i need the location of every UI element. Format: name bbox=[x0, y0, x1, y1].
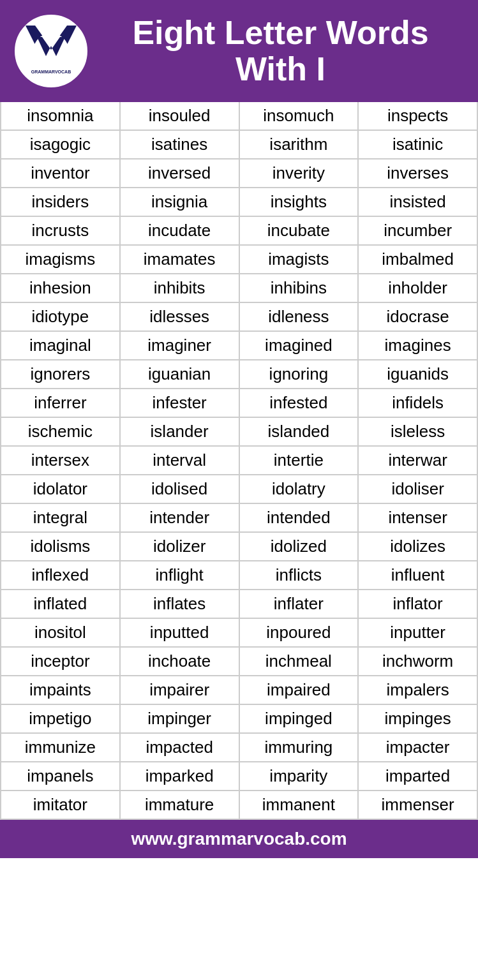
page-title: Eight Letter Words With I bbox=[96, 15, 465, 87]
word-cell: incumber bbox=[359, 217, 478, 246]
word-cell: inhesion bbox=[1, 274, 121, 303]
word-cell: iguanian bbox=[121, 360, 240, 389]
word-cell: inflater bbox=[240, 590, 359, 619]
word-cell: ischemic bbox=[1, 418, 121, 447]
word-cell: idolizes bbox=[359, 533, 478, 561]
word-cell: insisted bbox=[359, 188, 478, 217]
word-cell: incudate bbox=[121, 217, 240, 246]
word-cell: islander bbox=[121, 418, 240, 447]
word-cell: impinged bbox=[240, 705, 359, 734]
word-cell: impaired bbox=[240, 676, 359, 705]
word-cell: inchoate bbox=[121, 648, 240, 676]
word-cell: insights bbox=[240, 188, 359, 217]
word-cell: insignia bbox=[121, 188, 240, 217]
word-cell: inputter bbox=[359, 619, 478, 648]
word-cell: impacter bbox=[359, 734, 478, 762]
word-cell: imparked bbox=[121, 762, 240, 791]
word-cell: idolisms bbox=[1, 533, 121, 561]
word-cell: idoliser bbox=[359, 475, 478, 504]
word-cell: inhibits bbox=[121, 274, 240, 303]
word-cell: inflates bbox=[121, 590, 240, 619]
word-cell: impetigo bbox=[1, 705, 121, 734]
word-cell: isleless bbox=[359, 418, 478, 447]
word-cell: incrusts bbox=[1, 217, 121, 246]
word-cell: immature bbox=[121, 791, 240, 820]
word-cell: impinger bbox=[121, 705, 240, 734]
word-cell: immanent bbox=[240, 791, 359, 820]
word-cell: intersex bbox=[1, 447, 121, 475]
word-cell: interval bbox=[121, 447, 240, 475]
word-cell: isarithm bbox=[240, 131, 359, 160]
word-cell: inflated bbox=[1, 590, 121, 619]
word-cell: integral bbox=[1, 504, 121, 533]
word-cell: inceptor bbox=[1, 648, 121, 676]
word-cell: insomnia bbox=[1, 102, 121, 131]
word-cell: impinges bbox=[359, 705, 478, 734]
word-cell: inputted bbox=[121, 619, 240, 648]
svg-text:GRAMMARVOCAB: GRAMMARVOCAB bbox=[31, 70, 71, 74]
word-cell: interwar bbox=[359, 447, 478, 475]
word-cell: impaints bbox=[1, 676, 121, 705]
word-cell: idolized bbox=[240, 533, 359, 561]
word-cell: inositol bbox=[1, 619, 121, 648]
word-cell: impalers bbox=[359, 676, 478, 705]
word-cell: ignorers bbox=[1, 360, 121, 389]
word-cell: intenser bbox=[359, 504, 478, 533]
word-cell: inferrer bbox=[1, 389, 121, 418]
word-cell: inflexed bbox=[1, 561, 121, 590]
word-cell: ignoring bbox=[240, 360, 359, 389]
word-cell: infester bbox=[121, 389, 240, 418]
word-cell: isatines bbox=[121, 131, 240, 160]
word-cell: influent bbox=[359, 561, 478, 590]
header: GRAMMARVOCAB Eight Letter Words With I bbox=[0, 0, 478, 102]
footer: www.grammarvocab.com bbox=[0, 820, 478, 858]
word-cell: inhibins bbox=[240, 274, 359, 303]
word-cell: inpoured bbox=[240, 619, 359, 648]
word-cell: inflicts bbox=[240, 561, 359, 590]
footer-url: www.grammarvocab.com bbox=[131, 829, 347, 849]
word-cell: imagined bbox=[240, 332, 359, 360]
word-cell: idolised bbox=[121, 475, 240, 504]
word-cell: imagists bbox=[240, 246, 359, 274]
word-cell: infidels bbox=[359, 389, 478, 418]
logo-container: GRAMMARVOCAB bbox=[13, 13, 89, 89]
word-cell: isatinic bbox=[359, 131, 478, 160]
word-cell: idolator bbox=[1, 475, 121, 504]
word-cell: idolatry bbox=[240, 475, 359, 504]
word-cell: imaginer bbox=[121, 332, 240, 360]
word-cell: impanels bbox=[1, 762, 121, 791]
word-cell: impacted bbox=[121, 734, 240, 762]
word-cell: isagogic bbox=[1, 131, 121, 160]
word-cell: iguanids bbox=[359, 360, 478, 389]
word-cell: imagines bbox=[359, 332, 478, 360]
word-cell: imbalmed bbox=[359, 246, 478, 274]
word-cell: insiders bbox=[1, 188, 121, 217]
word-cell: inverses bbox=[359, 160, 478, 188]
word-cell: inspects bbox=[359, 102, 478, 131]
word-cell: insouled bbox=[121, 102, 240, 131]
word-cell: imagisms bbox=[1, 246, 121, 274]
word-cell: incubate bbox=[240, 217, 359, 246]
word-cell: impairer bbox=[121, 676, 240, 705]
word-cell: intertie bbox=[240, 447, 359, 475]
word-cell: idolizer bbox=[121, 533, 240, 561]
word-cell: imparity bbox=[240, 762, 359, 791]
word-grid: insomniainsouledinsomuchinspectsisagogic… bbox=[0, 102, 478, 820]
word-cell: inchworm bbox=[359, 648, 478, 676]
word-cell: imparted bbox=[359, 762, 478, 791]
word-cell: idleness bbox=[240, 303, 359, 332]
word-cell: inholder bbox=[359, 274, 478, 303]
word-cell: inventor bbox=[1, 160, 121, 188]
word-cell: inverity bbox=[240, 160, 359, 188]
word-cell: intender bbox=[121, 504, 240, 533]
word-cell: infested bbox=[240, 389, 359, 418]
word-cell: inflator bbox=[359, 590, 478, 619]
word-cell: inchmeal bbox=[240, 648, 359, 676]
word-cell: inflight bbox=[121, 561, 240, 590]
word-cell: imamates bbox=[121, 246, 240, 274]
word-cell: islanded bbox=[240, 418, 359, 447]
word-cell: intended bbox=[240, 504, 359, 533]
word-cell: immenser bbox=[359, 791, 478, 820]
word-cell: idiotype bbox=[1, 303, 121, 332]
word-cell: imaginal bbox=[1, 332, 121, 360]
